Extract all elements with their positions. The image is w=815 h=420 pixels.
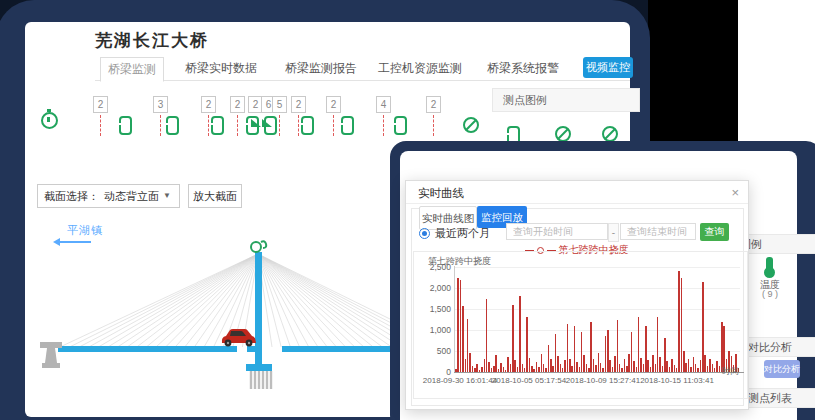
bridge-deck <box>58 346 237 352</box>
link-sensor-icon <box>166 116 179 135</box>
section-select-label: 截面选择： <box>44 185 99 207</box>
y-tick: 1,000 <box>417 325 451 335</box>
sensor-dash-line <box>100 115 101 136</box>
y-tick: 2,500 <box>417 262 451 272</box>
sensor-count-badge: 2 <box>230 96 245 113</box>
zoom-section-button[interactable]: 放大截面 <box>188 184 242 208</box>
legend-circle-icon <box>555 126 571 142</box>
chart-series-deflection <box>455 267 740 372</box>
legend-circle-icon <box>602 126 618 142</box>
link-sensor-icon <box>211 116 224 135</box>
chevron-down-icon[interactable]: ▼ <box>163 185 171 207</box>
tab-bridge-monitoring[interactable]: 桥梁监测 <box>100 57 164 82</box>
tab-bridge-monitoring-report[interactable]: 桥梁监测报告 <box>285 57 357 80</box>
tower-sensor-icon <box>251 241 266 252</box>
date-range-separator: - <box>608 223 619 242</box>
sensor-dash-line <box>160 115 161 136</box>
chart-container: 第七跨跨中挠度 2,500 2,000 1,500 1,000 500 0 20… <box>413 251 748 399</box>
disabled-sensor-icon <box>463 117 479 133</box>
sensor-count-badge: 2 <box>93 96 108 113</box>
sensor-dash-line <box>333 115 334 136</box>
desktop-black-area <box>648 0 738 145</box>
query-start-time-input[interactable] <box>506 223 608 240</box>
y-tick: 1,500 <box>417 304 451 314</box>
sensor-count-badge: 5 <box>272 96 287 113</box>
bridge-left-pier <box>40 342 62 368</box>
bridge-piles <box>251 371 271 389</box>
x-axis-name: 时间 <box>722 366 739 378</box>
x-axis-line <box>454 372 744 373</box>
last-two-months-radio[interactable] <box>419 228 430 239</box>
x-tick: 2018-10-05 05:17:54 <box>492 376 566 385</box>
car-illustration <box>222 329 256 346</box>
y-tick: 2,000 <box>417 283 451 293</box>
sensor-dash-line <box>237 115 238 136</box>
desktop-white-area <box>738 0 815 145</box>
sensor-dash-line <box>383 115 384 136</box>
query-end-time-input[interactable] <box>620 223 696 240</box>
sensor-count-badge: 4 <box>376 96 391 113</box>
y-tick: 500 <box>417 346 451 356</box>
sensor-dash-line <box>433 115 434 136</box>
last-two-months-label: 最近两个月 <box>435 226 490 241</box>
link-sensor-icon <box>301 116 314 135</box>
close-icon[interactable]: × <box>731 185 739 200</box>
query-button[interactable]: 查询 <box>700 223 729 241</box>
link-sensor-icon <box>394 116 407 135</box>
temperature-count: ( 9 ) <box>752 289 788 299</box>
sensor-count-badge: 2 <box>426 96 441 113</box>
bridge-crossbeam <box>246 364 272 371</box>
sensor-count-badge: 2 <box>201 96 216 113</box>
tabs-divider <box>95 80 630 81</box>
compare-analysis-button[interactable]: 对比分析 <box>764 360 800 378</box>
sensor-count-badge: 2 <box>326 96 341 113</box>
video-monitoring-button[interactable]: 视频监控 <box>583 57 633 78</box>
dialog-title: 实时曲线 <box>418 186 464 201</box>
sensor-dash-line <box>208 115 209 136</box>
screen: 芜湖长江大桥 桥梁监测 桥梁实时数据 桥梁监测报告 工控机资源监测 桥梁系统报警… <box>0 0 815 420</box>
section-select-value[interactable]: 动态背立面 <box>104 185 159 207</box>
realtime-curve-dialog: 实时曲线 × 实时曲线图 监控回放 最近两个月 - 查询 第七跨跨中挠度 第七跨… <box>405 180 749 410</box>
sensor-count-badge: 3 <box>153 96 168 113</box>
section-select-group[interactable]: 截面选择： 动态背立面 ▼ <box>37 184 180 208</box>
thermometer-icon <box>766 257 773 270</box>
direction-label: 平湖镇 <box>67 223 103 238</box>
legend-panel-header: 测点图例 <box>492 88 640 112</box>
x-tick: 2018-10-15 11:03:41 <box>640 376 714 385</box>
sensor-count-badge: 2 <box>291 96 306 113</box>
tab-bridge-realtime-data[interactable]: 桥梁实时数据 <box>185 57 257 80</box>
tab-bridge-system-alarm[interactable]: 桥梁系统报警 <box>487 57 559 80</box>
page-title: 芜湖长江大桥 <box>95 29 209 52</box>
bridge-cables <box>60 254 390 347</box>
bridge-illustration <box>25 240 390 410</box>
tab-ipc-resource-monitoring[interactable]: 工控机资源监测 <box>378 57 462 80</box>
link-sensor-icon <box>119 116 132 135</box>
x-tick: 2018-10-09 15:27:41 <box>566 376 640 385</box>
bridge-deck <box>247 346 262 352</box>
link-sensor-icon <box>341 116 354 135</box>
stopwatch-icon <box>41 112 58 129</box>
sensor-dash-line <box>298 115 299 136</box>
bridge-deck <box>282 346 390 352</box>
sensor-dash-line <box>279 115 280 136</box>
inclinometer-icon <box>262 119 272 127</box>
x-tick: 2018-09-30 16:01:44 <box>423 376 497 385</box>
inclinometer-icon <box>251 119 261 127</box>
